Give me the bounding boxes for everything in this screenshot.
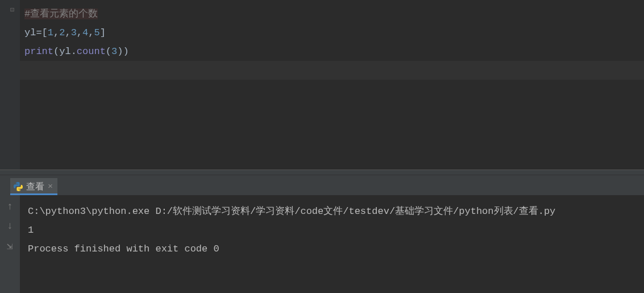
code-line-2[interactable]: yl=[1,2,3,4,5] [24, 23, 639, 42]
console-output[interactable]: C:\python3\python.exe D:/软件测试学习资料/学习资料/c… [20, 195, 644, 293]
code-line-1[interactable]: #查看元素的个数 [24, 5, 639, 23]
console-area: 查看 × ↑ ↓ ⇲ C:\python3\python.exe D:/软件测试… [0, 175, 644, 293]
console-tabs-bar: 查看 × [0, 175, 644, 195]
console-gutter: ↑ ↓ ⇲ [0, 195, 20, 293]
editor-area: ⊟ #查看元素的个数 yl=[1,2,3,4,5] print(yl.count… [0, 0, 644, 170]
code-content[interactable]: #查看元素的个数 yl=[1,2,3,4,5] print(yl.count(3… [20, 0, 644, 170]
console-line-4: Process finished with exit code 0 [28, 240, 636, 258]
soft-wrap-icon[interactable]: ⇲ [7, 240, 13, 252]
editor-gutter: ⊟ [0, 0, 20, 170]
comment-text: #查看元素的个数 [24, 9, 98, 19]
arrow-down-icon[interactable]: ↓ [7, 220, 13, 232]
panel-divider[interactable] [0, 170, 644, 175]
console-line-2: 1 [28, 221, 636, 240]
tab-active-indicator [10, 193, 57, 195]
console-body: ↑ ↓ ⇲ C:\python3\python.exe D:/软件测试学习资料/… [0, 195, 644, 293]
code-line-3[interactable]: print(yl.count(3)) [24, 42, 639, 61]
arrow-up-icon[interactable]: ↑ [7, 201, 13, 212]
code-line-4[interactable] [20, 61, 644, 80]
fold-icon[interactable]: ⊟ [10, 6, 14, 14]
tab-label: 查看 [26, 181, 44, 193]
run-tab[interactable]: 查看 × [10, 178, 57, 195]
close-icon[interactable]: × [48, 182, 53, 192]
python-file-icon [14, 182, 23, 191]
console-line-1: C:\python3\python.exe D:/软件测试学习资料/学习资料/c… [28, 202, 636, 221]
